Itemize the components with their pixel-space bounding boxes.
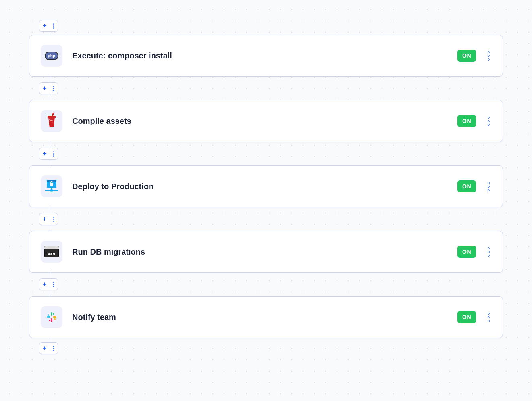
status-badge[interactable]: ON xyxy=(457,50,476,62)
pipeline-gap: + xyxy=(29,142,503,165)
svg-rect-6 xyxy=(51,312,52,316)
more-icon[interactable] xyxy=(53,23,54,29)
svg-rect-9 xyxy=(47,316,50,318)
separator xyxy=(50,85,50,92)
plus-icon: + xyxy=(43,85,46,92)
separator xyxy=(50,281,50,288)
more-icon[interactable] xyxy=(53,346,54,351)
status-badge[interactable]: ON xyxy=(457,246,476,258)
separator xyxy=(50,23,50,29)
drag-handle-icon[interactable] xyxy=(486,313,491,322)
slack-icon xyxy=(41,306,62,328)
deploy-icon xyxy=(41,175,62,197)
add-step-button[interactable]: + xyxy=(39,342,58,354)
gulp-icon: Gulp xyxy=(41,110,62,132)
svg-rect-7 xyxy=(53,316,56,318)
more-icon[interactable] xyxy=(53,86,54,91)
pipeline-gap: + xyxy=(29,207,503,231)
ssh-icon: SSH xyxy=(41,241,62,263)
step-title: Compile assets xyxy=(72,117,457,126)
pipeline-gap: + xyxy=(29,17,503,35)
pipeline: + php Execute: composer install ON + Gul… xyxy=(0,0,532,374)
add-step-button[interactable]: + xyxy=(39,278,58,290)
plus-icon: + xyxy=(43,23,46,29)
drag-handle-icon[interactable] xyxy=(486,182,491,191)
step-title: Execute: composer install xyxy=(72,51,457,61)
more-icon[interactable] xyxy=(53,217,54,222)
add-step-button[interactable]: + xyxy=(39,20,58,32)
pipeline-gap: + xyxy=(29,273,503,296)
plus-icon: + xyxy=(43,345,46,351)
add-step-button[interactable]: + xyxy=(39,82,58,94)
status-badge[interactable]: ON xyxy=(457,311,476,323)
svg-rect-2 xyxy=(50,183,53,186)
pipeline-gap: + xyxy=(29,338,503,358)
pipeline-gap: + xyxy=(29,77,503,100)
plus-icon: + xyxy=(43,281,46,288)
separator xyxy=(50,345,50,351)
drag-handle-icon[interactable] xyxy=(486,51,491,61)
pipeline-step-assets[interactable]: Gulp Compile assets ON xyxy=(29,100,503,142)
drag-handle-icon[interactable] xyxy=(486,247,491,257)
pipeline-step-composer[interactable]: php Execute: composer install ON xyxy=(29,35,503,77)
separator xyxy=(50,216,50,222)
step-title: Deploy to Production xyxy=(72,182,457,191)
svg-point-11 xyxy=(54,318,56,320)
svg-point-13 xyxy=(48,314,49,316)
svg-rect-4 xyxy=(50,190,53,192)
pipeline-step-deploy[interactable]: Deploy to Production ON xyxy=(29,165,503,207)
more-icon[interactable] xyxy=(53,151,54,157)
add-step-button[interactable]: + xyxy=(39,213,58,225)
php-icon: php xyxy=(41,45,62,67)
svg-point-10 xyxy=(53,313,54,315)
plus-icon: + xyxy=(43,150,46,157)
separator xyxy=(50,150,50,157)
svg-rect-8 xyxy=(51,318,52,322)
status-badge[interactable]: ON xyxy=(457,180,476,192)
pipeline-step-notify[interactable]: Notify team ON xyxy=(29,296,503,338)
add-step-button[interactable]: + xyxy=(39,148,58,160)
plus-icon: + xyxy=(43,216,46,222)
more-icon[interactable] xyxy=(53,282,54,287)
drag-handle-icon[interactable] xyxy=(486,117,491,126)
pipeline-step-migrate[interactable]: SSH Run DB migrations ON xyxy=(29,231,503,273)
step-title: Run DB migrations xyxy=(72,247,457,257)
svg-point-12 xyxy=(49,320,50,321)
status-badge[interactable]: ON xyxy=(457,115,476,127)
step-title: Notify team xyxy=(72,313,457,322)
